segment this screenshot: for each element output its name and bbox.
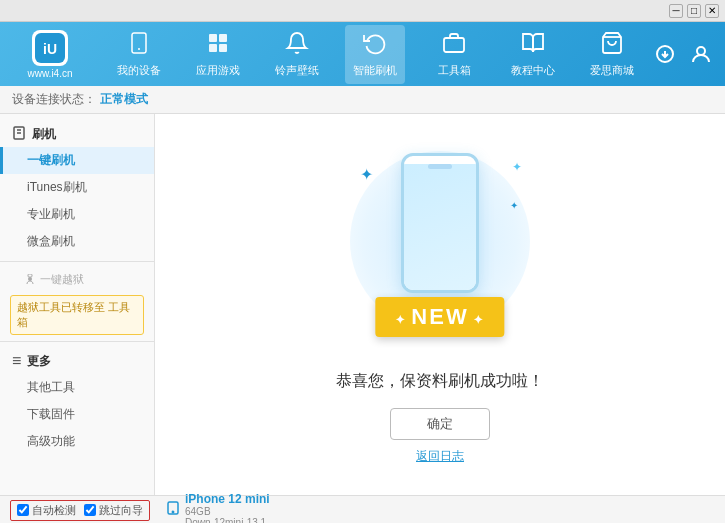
- nav-apps-games[interactable]: 应用游戏: [188, 25, 248, 84]
- device-storage: 64GB: [185, 506, 270, 517]
- main-layout: 刷机 一键刷机 iTunes刷机 专业刷机 微盒刷机 一键越狱 越狱工具已转移至…: [0, 114, 725, 495]
- bottom-row1: 自动检测 跳过向导 iPhone 12 mini 64GB Down-12min…: [0, 496, 725, 523]
- sidebar-item-micro-flash[interactable]: 微盒刷机: [0, 228, 154, 255]
- svg-rect-8: [444, 38, 464, 52]
- success-title: 恭喜您，保资料刷机成功啦！: [336, 371, 544, 392]
- maximize-button[interactable]: □: [687, 4, 701, 18]
- user-button[interactable]: [687, 40, 715, 68]
- toolbox-icon: [442, 31, 466, 61]
- status-label: 设备连接状态：: [12, 91, 96, 108]
- auto-detect-label[interactable]: 自动检测: [17, 503, 76, 518]
- sidebar-item-itunes-flash[interactable]: iTunes刷机: [0, 174, 154, 201]
- my-device-icon: [127, 31, 151, 61]
- logo[interactable]: iU www.i4.cn: [10, 30, 90, 79]
- content-area: ✦ ✦ ✦ ✦NEW✦ 恭喜您，保资料刷机成功啦！ 确定 返回日志: [155, 114, 725, 495]
- bottom-area: 自动检测 跳过向导 iPhone 12 mini 64GB Down-12min…: [0, 495, 725, 523]
- flash-section-icon: [12, 126, 26, 143]
- new-ribbon: ✦NEW✦: [375, 297, 504, 337]
- device-name: iPhone 12 mini: [185, 492, 270, 506]
- svg-rect-7: [219, 44, 227, 52]
- sparkle-left: ✦: [360, 165, 373, 184]
- more-section-label: 更多: [27, 353, 51, 370]
- nav-toolbox-label: 工具箱: [438, 63, 471, 78]
- sidebar-divider-2: [0, 341, 154, 342]
- flash-section-label: 刷机: [32, 126, 56, 143]
- statusbar: 设备连接状态： 正常模式: [0, 86, 725, 114]
- skip-wizard-text: 跳过向导: [99, 503, 143, 518]
- device-model: Down-12mini-13,1: [185, 517, 270, 523]
- sidebar-more-header: ≡ 更多: [0, 348, 154, 374]
- sidebar-jailbreak-warning: 越狱工具已转移至 工具箱: [10, 295, 144, 335]
- nav-my-device-label: 我的设备: [117, 63, 161, 78]
- skip-wizard-label[interactable]: 跳过向导: [84, 503, 143, 518]
- close-button[interactable]: ✕: [705, 4, 719, 18]
- device-details: iPhone 12 mini 64GB Down-12mini-13,1: [185, 492, 270, 523]
- sidebar-flash-header: 刷机: [0, 122, 154, 147]
- tutorials-icon: [521, 31, 545, 61]
- titlebar: ─ □ ✕: [0, 0, 725, 22]
- sidebar-divider-1: [0, 261, 154, 262]
- nav-smart-flash-label: 智能刷机: [353, 63, 397, 78]
- nav-apps-label: 应用游戏: [196, 63, 240, 78]
- jailbreak-warning-text: 越狱工具已转移至 工具箱: [17, 301, 130, 328]
- smart-flash-icon: [363, 31, 387, 61]
- sidebar-jailbreak-header: 一键越狱: [0, 268, 154, 291]
- apps-games-icon: [206, 31, 230, 61]
- nav-smart-flash[interactable]: 智能刷机: [345, 25, 405, 84]
- sparkle-right-mid: ✦: [510, 200, 518, 211]
- sidebar-item-download-firmware[interactable]: 下载固件: [0, 401, 154, 428]
- ringtones-icon: [285, 31, 309, 61]
- nav-tutorials-label: 教程中心: [511, 63, 555, 78]
- nav-toolbox[interactable]: 工具箱: [424, 25, 484, 84]
- sidebar-item-pro-flash[interactable]: 专业刷机: [0, 201, 154, 228]
- minimize-button[interactable]: ─: [669, 4, 683, 18]
- svg-text:iU: iU: [43, 41, 57, 57]
- device-icon: [166, 501, 180, 519]
- nav-shop-label: 爱思商城: [590, 63, 634, 78]
- nav-tutorials[interactable]: 教程中心: [503, 25, 563, 84]
- svg-rect-17: [28, 274, 32, 277]
- auto-detect-checkbox[interactable]: [17, 504, 29, 516]
- nav-ringtones-label: 铃声壁纸: [275, 63, 319, 78]
- back-log-link[interactable]: 返回日志: [416, 448, 464, 465]
- svg-rect-4: [209, 34, 217, 42]
- svg-point-16: [28, 277, 32, 281]
- sidebar-item-one-key-flash[interactable]: 一键刷机: [0, 147, 154, 174]
- logo-icon: iU: [32, 30, 68, 66]
- header: iU www.i4.cn 我的设备 应用游戏 铃声壁纸: [0, 22, 725, 86]
- nav-my-device[interactable]: 我的设备: [109, 25, 169, 84]
- success-illustration: ✦ ✦ ✦ ✦NEW✦: [340, 145, 540, 355]
- svg-rect-5: [219, 34, 227, 42]
- device-info: iPhone 12 mini 64GB Down-12mini-13,1: [166, 492, 270, 523]
- logo-url: www.i4.cn: [27, 68, 72, 79]
- svg-point-12: [697, 47, 705, 55]
- auto-detect-text: 自动检测: [32, 503, 76, 518]
- sidebar-item-advanced[interactable]: 高级功能: [0, 428, 154, 455]
- phone-body: [401, 153, 479, 293]
- nav-ringtones[interactable]: 铃声壁纸: [267, 25, 327, 84]
- svg-rect-6: [209, 44, 217, 52]
- nav-items: 我的设备 应用游戏 铃声壁纸 智能刷机 工具箱: [100, 25, 651, 84]
- svg-point-19: [172, 511, 173, 512]
- skip-wizard-checkbox[interactable]: [84, 504, 96, 516]
- phone-speaker: [428, 164, 452, 169]
- header-right: [651, 40, 715, 68]
- download-button[interactable]: [651, 40, 679, 68]
- status-value: 正常模式: [100, 91, 148, 108]
- nav-shop[interactable]: 爱思商城: [582, 25, 642, 84]
- phone-screen: [404, 164, 476, 293]
- sparkle-right-top: ✦: [512, 160, 522, 174]
- shop-icon: [600, 31, 624, 61]
- sidebar-item-other-tools[interactable]: 其他工具: [0, 374, 154, 401]
- jailbreak-label: 一键越狱: [40, 272, 84, 287]
- sidebar: 刷机 一键刷机 iTunes刷机 专业刷机 微盒刷机 一键越狱 越狱工具已转移至…: [0, 114, 155, 495]
- checkbox-group: 自动检测 跳过向导: [10, 500, 150, 521]
- confirm-button[interactable]: 确定: [390, 408, 490, 440]
